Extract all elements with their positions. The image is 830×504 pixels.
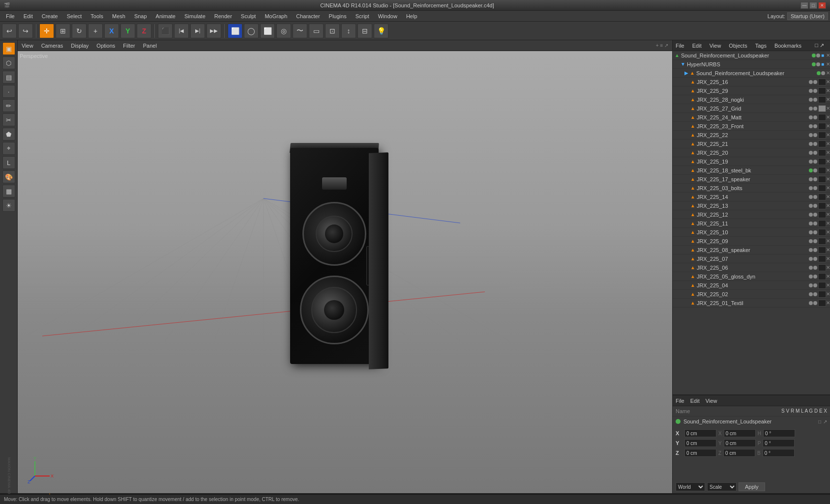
tree-item-jrx21[interactable]: ▲ JRX_225_21 ✕ bbox=[673, 140, 830, 148]
obj-menu-bookmarks[interactable]: Bookmarks bbox=[774, 43, 801, 49]
tree-item-jrx23[interactable]: ▲ JRX_225_23_Front ✕ bbox=[673, 122, 830, 131]
menu-file[interactable]: File bbox=[2, 12, 19, 20]
coord-z-size-input[interactable] bbox=[723, 449, 755, 457]
menu-mograph[interactable]: MoGraph bbox=[261, 12, 291, 20]
tree-item-root[interactable]: ▲ Sound_Reinforcement_Loudspeaker ■ ✕ bbox=[673, 51, 830, 60]
tree-item-jrx10[interactable]: ▲ JRX_225_10 ✕ bbox=[673, 228, 830, 237]
viewport-canvas[interactable]: Perspective bbox=[18, 51, 672, 493]
coord-b-input[interactable] bbox=[763, 449, 795, 457]
tree-item-jrx06[interactable]: ▲ JRX_225_06 ✕ bbox=[673, 263, 830, 272]
texture-tool[interactable]: ▦ bbox=[2, 185, 15, 197]
coord-h-input[interactable] bbox=[763, 429, 795, 437]
menu-animate[interactable]: Animate bbox=[152, 12, 179, 20]
attr-ctrl-1[interactable]: □ bbox=[818, 419, 821, 424]
polygon-tool[interactable]: ⬡ bbox=[2, 56, 15, 69]
selection-tool[interactable]: ▣ bbox=[2, 42, 15, 55]
layout-dropdown[interactable]: Startup (User) bbox=[787, 12, 828, 20]
tree-item-jrx02[interactable]: ▲ JRX_225_02 ✕ bbox=[673, 290, 830, 299]
tree-item-jrx17[interactable]: ▲ JRX_225_17_speaker ✕ bbox=[673, 175, 830, 184]
menu-simulate[interactable]: Simulate bbox=[180, 12, 209, 20]
tree-item-jrx28[interactable]: ▲ JRX_225_28_nogki ✕ bbox=[673, 95, 830, 104]
tree-item-jrx20[interactable]: ▲ JRX_225_20 ✕ bbox=[673, 148, 830, 157]
object-tree[interactable]: ▲ Sound_Reinforcement_Loudspeaker ■ ✕ ▼ … bbox=[673, 51, 830, 394]
redo-button[interactable]: ↪ bbox=[18, 24, 33, 38]
tree-item-hypernurbs[interactable]: ▼ HyperNURBS ■ ✕ bbox=[673, 60, 830, 69]
menu-select[interactable]: Select bbox=[63, 12, 86, 20]
spline-tool-button[interactable]: 〜 bbox=[293, 24, 307, 38]
edge-tool[interactable]: ▤ bbox=[2, 71, 15, 84]
attr-menu-view[interactable]: View bbox=[706, 398, 717, 404]
add-object-button[interactable]: + bbox=[88, 24, 103, 38]
menu-snap[interactable]: Snap bbox=[130, 12, 151, 20]
tree-item-jrx29[interactable]: ▲ JRX_225_29 ✕ bbox=[673, 86, 830, 95]
tree-item-jrx03[interactable]: ▲ JRX_225_03_bolts ✕ bbox=[673, 184, 830, 193]
x-axis-button[interactable]: X bbox=[104, 24, 119, 38]
anim-play-button[interactable]: ▶▶ bbox=[207, 24, 221, 38]
coord-p-input[interactable] bbox=[763, 439, 795, 447]
menu-create[interactable]: Create bbox=[38, 12, 62, 20]
obj-menu-tags[interactable]: Tags bbox=[755, 43, 767, 49]
move-tool-button[interactable]: ✛ bbox=[39, 24, 54, 38]
tree-item-jrx09[interactable]: ▲ JRX_225_09 ✕ bbox=[673, 237, 830, 246]
viewport-tab-display[interactable]: Display bbox=[71, 43, 89, 49]
obj-menu-file[interactable]: File bbox=[676, 43, 684, 49]
maximize-button[interactable]: □ bbox=[809, 2, 817, 9]
anim-next-button[interactable]: ▶| bbox=[190, 24, 205, 38]
keyframe-button[interactable]: ⬛ bbox=[158, 24, 173, 38]
l-tool[interactable]: L bbox=[2, 156, 15, 169]
tree-item-jrx12[interactable]: ▲ JRX_225_12 ✕ bbox=[673, 210, 830, 219]
menu-render[interactable]: Render bbox=[210, 12, 236, 20]
coord-x-pos-input[interactable] bbox=[684, 429, 716, 437]
field-button[interactable]: ⊟ bbox=[357, 24, 372, 38]
tree-item-jrx08[interactable]: ▲ JRX_225_08_speaker ✕ bbox=[673, 246, 830, 254]
viewport-tab-panel[interactable]: Panel bbox=[143, 43, 157, 49]
torus-tool-button[interactable]: ◎ bbox=[276, 24, 291, 38]
transform-tool[interactable]: ⌖ bbox=[2, 142, 15, 155]
viewport-tab-cameras[interactable]: Cameras bbox=[41, 43, 63, 49]
tree-item-jrx27[interactable]: ▲ JRX_225_27_Grid ✕ bbox=[673, 104, 830, 113]
menu-edit[interactable]: Edit bbox=[20, 12, 37, 20]
tree-item-jrx13[interactable]: ▲ JRX_225_13 ✕ bbox=[673, 201, 830, 210]
viewport-tab-options[interactable]: Options bbox=[96, 43, 115, 49]
coord-y-pos-input[interactable] bbox=[684, 439, 716, 447]
cube-tool-button[interactable]: ⬜ bbox=[228, 24, 242, 38]
menu-mesh[interactable]: Mesh bbox=[108, 12, 129, 20]
tree-item-jrx07[interactable]: ▲ JRX_225_07 ✕ bbox=[673, 254, 830, 263]
menu-window[interactable]: Window bbox=[374, 12, 401, 20]
deform-button[interactable]: ↕ bbox=[341, 24, 356, 38]
cylinder-tool-button[interactable]: ⬜ bbox=[260, 24, 275, 38]
magnet-tool[interactable]: ⬟ bbox=[2, 128, 15, 140]
viewport-tab-view[interactable]: View bbox=[22, 43, 33, 49]
sphere-tool-button[interactable]: ◯ bbox=[244, 24, 259, 38]
coord-x-size-input[interactable] bbox=[724, 429, 756, 437]
transform-mode-select[interactable]: Scale Rotate Move bbox=[707, 482, 737, 491]
menu-help[interactable]: Help bbox=[402, 12, 421, 20]
tree-item-jrx11[interactable]: ▲ JRX_225_11 ✕ bbox=[673, 219, 830, 228]
menu-plugins[interactable]: Plugins bbox=[325, 12, 351, 20]
paint-tool[interactable]: 🎨 bbox=[2, 170, 15, 183]
display-button[interactable]: 💡 bbox=[374, 24, 388, 38]
knife-tool[interactable]: ✂ bbox=[2, 113, 15, 126]
scale-tool-button[interactable]: ⊞ bbox=[56, 24, 70, 38]
tree-item-jrx18[interactable]: ▲ JRX_225_18_steel_bk ✕ bbox=[673, 166, 830, 175]
tree-item-obj-main[interactable]: ▶ ▲ Sound_Reinforcement_Loudspeaker ✕ bbox=[673, 69, 830, 78]
tree-item-jrx19[interactable]: ▲ JRX_225_19 ✕ bbox=[673, 157, 830, 166]
obj-menu-objects[interactable]: Objects bbox=[729, 43, 747, 49]
undo-button[interactable]: ↩ bbox=[2, 24, 17, 38]
menu-character[interactable]: Character bbox=[292, 12, 324, 20]
coord-system-select[interactable]: World Object Screen bbox=[676, 482, 705, 491]
obj-menu-view[interactable]: View bbox=[710, 43, 721, 49]
z-axis-button[interactable]: Z bbox=[137, 24, 151, 38]
tree-item-jrx22[interactable]: ▲ JRX_225_22 ✕ bbox=[673, 131, 830, 140]
attr-menu-file[interactable]: File bbox=[676, 398, 684, 404]
tree-item-jrx14[interactable]: ▲ JRX_225_14 ✕ bbox=[673, 193, 830, 201]
minimize-button[interactable]: — bbox=[800, 2, 808, 9]
menu-sculpt[interactable]: Sculpt bbox=[237, 12, 260, 20]
obj-menu-edit[interactable]: Edit bbox=[692, 43, 702, 49]
rotate-tool-button[interactable]: ↻ bbox=[72, 24, 87, 38]
tree-item-jrx05[interactable]: ▲ JRX_225_05_gloss_dyn ✕ bbox=[673, 272, 830, 281]
apply-button[interactable]: Apply bbox=[739, 482, 765, 491]
coord-y-size-input[interactable] bbox=[724, 439, 756, 447]
menu-script[interactable]: Script bbox=[352, 12, 373, 20]
coord-z-pos-input[interactable] bbox=[684, 449, 716, 457]
